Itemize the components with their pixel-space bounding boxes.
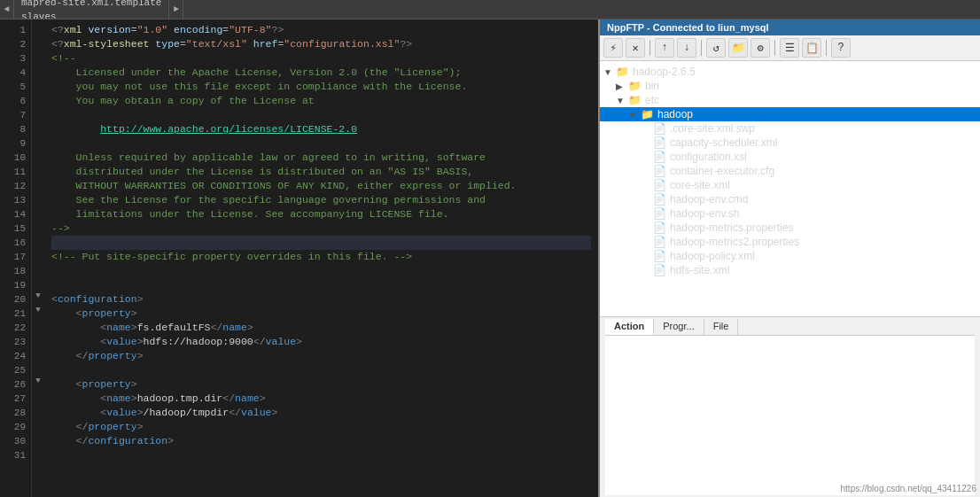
collapse-marker-26[interactable]: ▼ <box>32 374 44 388</box>
collapse-marker-15 <box>32 218 44 232</box>
tree-arrow[interactable]: ▼ <box>616 96 628 105</box>
line-number-25: 25 <box>0 363 26 377</box>
line-number-1: 1 <box>0 23 26 37</box>
ftp-status: Action Progr... File <box>600 316 980 497</box>
code-line-20: <configuration> <box>51 292 591 307</box>
tree-item-label: hadoop-env.cmd <box>670 193 749 206</box>
tree-item-hadoop-metrics-properties[interactable]: 📄hadoop-metrics.properties <box>600 221 980 235</box>
code-line-8: http://www.apache.org/licenses/LICENSE-2… <box>51 122 591 136</box>
tree-item-capacity-scheduler-xml[interactable]: 📄capacity-scheduler.xml <box>600 136 980 150</box>
tree-item-container-executor-cfg[interactable]: 📄container-executor.cfg <box>600 164 980 178</box>
collapse-marker-16 <box>32 232 44 246</box>
tab-scroll-left[interactable]: ◄ <box>0 0 14 19</box>
folder-icon: 📁 <box>641 108 655 120</box>
collapse-marker-28 <box>32 402 44 416</box>
line-number-3: 3 <box>0 51 26 66</box>
tree-item-hadoop-env-cmd[interactable]: 📄hadoop-env.cmd <box>600 192 980 206</box>
tree-item-hadoop-policy-xml[interactable]: 📄hadoop-policy.xml <box>600 249 980 263</box>
ftp-log-btn[interactable]: 📋 <box>802 38 821 58</box>
ftp-sep3 <box>774 40 775 56</box>
code-line-22: <name>fs.defaultFS</name> <box>51 321 591 335</box>
tab-bar: ◄ hdfs-site.xmlcore-site.xmlmapred-site.… <box>0 0 980 19</box>
tree-item-hadoop-metrics2-properties[interactable]: 📄hadoop-metrics2.properties <box>600 235 980 249</box>
collapse-marker-3 <box>32 48 44 62</box>
tree-arrow[interactable]: ▼ <box>628 110 641 120</box>
tree-item-hadoop-env-sh[interactable]: 📄hadoop-env.sh <box>600 206 980 221</box>
file-icon: 📄 <box>653 193 667 206</box>
file-icon: 📄 <box>653 264 667 276</box>
collapse-marker-4 <box>32 62 44 76</box>
ftp-disconnect-btn[interactable]: ✕ <box>626 38 645 58</box>
collapse-marker-22 <box>32 317 44 331</box>
collapse-marker-18 <box>32 260 44 275</box>
line-number-11: 11 <box>0 165 26 179</box>
ftp-refresh-btn[interactable]: ↺ <box>706 38 726 58</box>
line-number-22: 22 <box>0 321 26 335</box>
tab-scroll-right[interactable]: ► <box>169 0 183 19</box>
tree-item-label: hadoop-policy.xml <box>670 250 755 262</box>
ftp-connect-btn[interactable]: ⚡ <box>603 38 623 58</box>
ftp-settings-btn[interactable]: ⚙ <box>751 38 770 58</box>
tree-item-bin[interactable]: ▶📁bin <box>600 79 980 93</box>
ftp-download-btn[interactable]: ↓ <box>677 38 696 58</box>
tree-item-hadoop-2-6-5[interactable]: ▼📁hadoop-2.6.5 <box>600 65 980 79</box>
collapse-marker-20[interactable]: ▼ <box>32 289 44 303</box>
collapse-marker-17 <box>32 246 44 260</box>
collapse-marker-31 <box>32 445 44 459</box>
ftp-tree[interactable]: ▼📁hadoop-2.6.5▶📁bin▼📁etc▼📁hadoop📄.core-s… <box>600 61 980 316</box>
tab-slaves[interactable]: slaves <box>14 10 169 19</box>
line-number-28: 28 <box>0 406 26 420</box>
code-area[interactable]: <?xml version="1.0" encoding="UTF-8"?><?… <box>44 19 598 497</box>
line-number-21: 21 <box>0 307 26 321</box>
tree-item--core-site-xml-swp[interactable]: 📄.core-site.xml.swp <box>600 121 980 136</box>
collapse-marker-9 <box>32 133 44 147</box>
file-icon: 📄 <box>653 122 667 135</box>
collapse-marker-2 <box>32 34 44 48</box>
code-line-14: limitations under the License. See accom… <box>51 207 591 221</box>
line-number-14: 14 <box>0 207 26 221</box>
collapse-marker-21[interactable]: ▼ <box>32 303 44 317</box>
folder-icon: 📁 <box>616 66 630 78</box>
ftp-toolbar: ⚡ ✕ ↑ ↓ ↺ 📁 ⚙ ☰ 📋 ? <box>600 35 980 61</box>
ftp-upload-btn[interactable]: ↑ <box>655 38 674 58</box>
tab-container: hdfs-site.xmlcore-site.xmlmapred-site.xm… <box>14 0 169 19</box>
ftp-status-tab-action[interactable]: Action <box>605 319 654 335</box>
line-number-2: 2 <box>0 37 26 51</box>
ftp-about-btn[interactable]: ? <box>831 38 851 58</box>
code-line-17: <!-- Put site-specific property override… <box>51 250 591 264</box>
collapse-marker-14 <box>32 204 44 218</box>
code-line-3: <!-- <box>51 51 591 66</box>
collapse-marker-11 <box>32 161 44 175</box>
file-icon: 📄 <box>653 136 667 149</box>
line-number-7: 7 <box>0 108 26 122</box>
tree-item-label: hadoop <box>657 108 693 120</box>
tree-item-etc[interactable]: ▼📁etc <box>600 93 980 107</box>
main-container: 1234567891011121314151617181920212223242… <box>0 19 980 497</box>
collapse-marker-12 <box>32 175 44 190</box>
ftp-folder-btn[interactable]: 📁 <box>728 38 748 58</box>
tree-arrow[interactable]: ▼ <box>603 67 616 77</box>
code-line-6: You may obtain a copy of the License at <box>51 94 591 108</box>
tree-item-core-site-xml[interactable]: 📄core-site.xml <box>600 178 980 192</box>
tree-item-configuration-xsl[interactable]: 📄configuration.xsl <box>600 150 980 164</box>
collapse-marker-13 <box>32 190 44 204</box>
collapse-marker-5 <box>32 76 44 90</box>
tab-mapred-site-xml-template[interactable]: mapred-site.xml.template <box>14 0 169 10</box>
line-number-10: 10 <box>0 151 26 165</box>
line-number-8: 8 <box>0 122 26 136</box>
tree-item-hadoop[interactable]: ▼📁hadoop <box>600 107 980 121</box>
line-number-13: 13 <box>0 193 26 207</box>
ftp-status-tab-file[interactable]: File <box>704 319 739 335</box>
file-icon: 📄 <box>653 236 667 248</box>
collapse-marker-30 <box>32 431 44 445</box>
tree-item-hdfs-site-xml[interactable]: 📄hdfs-site.xml <box>600 263 980 277</box>
ftp-queue-btn[interactable]: ☰ <box>780 38 799 58</box>
code-line-15: --> <box>51 221 591 236</box>
folder-icon: 📁 <box>628 80 642 92</box>
ftp-sep2 <box>701 40 702 56</box>
code-line-12: WITHOUT WARRANTIES OR CONDITIONS OF ANY … <box>51 179 591 193</box>
tree-arrow[interactable]: ▶ <box>616 82 628 91</box>
code-line-31 <box>51 448 591 462</box>
ftp-status-tab-progress[interactable]: Progr... <box>654 319 704 335</box>
line-number-24: 24 <box>0 349 26 363</box>
